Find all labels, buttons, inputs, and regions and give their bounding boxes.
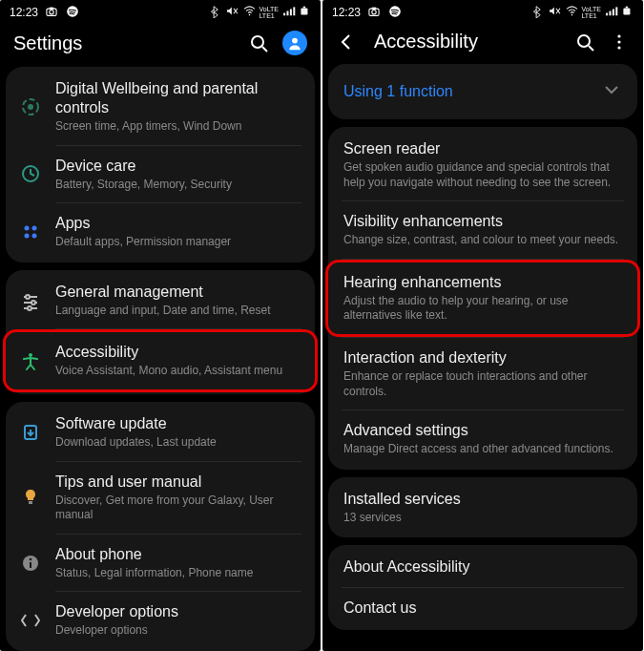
accessibility-row[interactable]: Visibility enhancements Change size, con…	[328, 201, 637, 259]
accessibility-row[interactable]: Contact us	[328, 588, 637, 628]
wifi-icon	[565, 4, 579, 21]
row-title: Digital Wellbeing and parental controls	[55, 79, 301, 117]
row-title: Software update	[55, 414, 301, 433]
update-icon	[19, 422, 42, 443]
settings-row-about[interactable]: About phone Status, Legal information, P…	[6, 535, 315, 592]
settings-group: Digital Wellbeing and parental controls …	[6, 67, 315, 262]
row-title: Hearing enhancements	[343, 273, 624, 292]
settings-row-devicecare[interactable]: Device care Battery, Storage, Memory, Se…	[6, 146, 315, 203]
row-subtitle: Screen time, App timers, Wind Down	[55, 119, 301, 135]
settings-group: Software update Download updates, Last u…	[6, 402, 315, 651]
row-title: Developer options	[55, 602, 301, 621]
tips-icon	[19, 487, 42, 508]
profile-avatar[interactable]	[282, 31, 307, 55]
page-title: Accessibility	[374, 31, 561, 52]
accessibility-screen: 12:23 VoLTELTE1 Accessibility Using 1 fu…	[322, 0, 643, 651]
accessibility-group: Screen reader Get spoken audio guidance …	[328, 127, 637, 470]
settings-list[interactable]: Digital Wellbeing and parental controls …	[0, 67, 321, 651]
row-title: Visibility enhancements	[343, 212, 624, 231]
accessibility-row[interactable]: Hearing enhancements Adjust the audio to…	[325, 260, 640, 337]
row-subtitle: Adjust the audio to help your hearing, o…	[343, 294, 624, 324]
row-subtitle: Status, Legal information, Phone name	[55, 566, 301, 581]
about-icon	[19, 553, 42, 574]
status-time: 12:23	[332, 6, 361, 19]
row-subtitle: Download updates, Last update	[55, 435, 301, 451]
row-subtitle: Get spoken audio guidance and special co…	[343, 160, 624, 190]
row-subtitle: 13 services	[343, 511, 624, 526]
wellbeing-icon	[19, 96, 42, 117]
row-title: Apps	[55, 214, 301, 233]
accessibility-row[interactable]: Advanced settings Manage Direct access a…	[328, 410, 637, 468]
row-subtitle: Change size, contrast, and colour to mee…	[343, 233, 624, 248]
status-time: 12:23	[10, 6, 38, 19]
devicecare-icon	[19, 163, 42, 184]
accessibility-row[interactable]: Screen reader Get spoken audio guidance …	[328, 129, 637, 200]
accessibility-row[interactable]: About Accessibility	[328, 547, 637, 587]
using-card: Using 1 function	[328, 64, 637, 119]
signal-icon	[604, 4, 618, 21]
battery-icon	[299, 4, 311, 22]
row-title: About Accessibility	[343, 557, 624, 577]
using-label: Using 1 function	[343, 83, 453, 100]
back-button[interactable]	[336, 32, 357, 52]
wifi-icon	[242, 4, 257, 21]
accessibility-group: About Accessibility Contact us	[328, 545, 637, 630]
dev-icon	[19, 610, 42, 631]
settings-screen: 12:23 VoLTELTE1 Settings Digital Wellbei…	[0, 0, 321, 651]
page-title: Settings	[13, 32, 235, 54]
battery-icon	[621, 4, 634, 22]
more-button[interactable]	[609, 32, 630, 52]
row-subtitle: Language and input, Date and time, Reset	[55, 304, 301, 319]
accessibility-row[interactable]: Installed services 13 services	[328, 479, 637, 536]
using-function-row[interactable]: Using 1 function	[328, 66, 637, 117]
camera-icon	[366, 4, 382, 22]
accessibility-row[interactable]: Interaction and dexterity Enhance or rep…	[328, 338, 637, 410]
general-icon	[19, 290, 42, 311]
status-bar: 12:23 VoLTELTE1	[322, 0, 643, 25]
spotify-icon	[387, 4, 403, 22]
status-bar: 12:23 VoLTELTE1	[0, 0, 321, 25]
chevron-down-icon	[601, 79, 622, 104]
accessibility-group: Installed services 13 services	[328, 477, 637, 538]
search-button[interactable]	[248, 32, 269, 53]
settings-group: General management Language and input, D…	[6, 270, 315, 394]
row-title: Screen reader	[343, 139, 624, 158]
settings-row-dev[interactable]: Developer options Developer options	[6, 592, 315, 649]
settings-row-apps[interactable]: Apps Default apps, Permission manager	[6, 203, 315, 261]
search-button[interactable]	[574, 32, 595, 52]
header: Settings	[0, 25, 321, 67]
row-title: Tips and user manual	[55, 472, 301, 492]
row-title: Advanced settings	[343, 421, 624, 440]
settings-row-wellbeing[interactable]: Digital Wellbeing and parental controls …	[6, 69, 315, 145]
row-subtitle: Enhance or replace touch interactions an…	[343, 369, 624, 399]
mute-icon	[225, 4, 239, 21]
spotify-icon	[65, 4, 80, 22]
settings-row-general[interactable]: General management Language and input, D…	[6, 272, 315, 329]
accessibility-list[interactable]: Using 1 function Screen reader Get spoke…	[322, 64, 643, 651]
row-title: General management	[55, 283, 301, 302]
row-subtitle: Discover, Get more from your Galaxy, Use…	[55, 494, 301, 523]
network-label: VoLTELTE1	[582, 6, 602, 19]
header: Accessibility	[322, 25, 643, 64]
row-subtitle: Voice Assistant, Mono audio, Assistant m…	[55, 364, 301, 379]
settings-row-accessibility[interactable]: Accessibility Voice Assistant, Mono audi…	[3, 329, 318, 392]
settings-row-update[interactable]: Software update Download updates, Last u…	[6, 404, 315, 461]
row-title: Contact us	[343, 598, 624, 618]
row-title: Interaction and dexterity	[343, 348, 624, 368]
bluetooth-icon	[208, 4, 222, 21]
mute-icon	[548, 4, 562, 21]
row-title: Installed services	[343, 490, 624, 509]
row-subtitle: Manage Direct access and other advanced …	[343, 442, 624, 457]
accessibility-icon	[19, 350, 42, 371]
row-subtitle: Battery, Storage, Memory, Security	[55, 178, 301, 193]
signal-icon	[281, 4, 296, 21]
bluetooth-icon	[530, 4, 545, 21]
apps-icon	[19, 221, 42, 242]
settings-row-tips[interactable]: Tips and user manual Discover, Get more …	[6, 462, 315, 534]
row-subtitle: Developer options	[55, 623, 301, 639]
network-label: VoLTELTE1	[260, 6, 280, 19]
row-subtitle: Default apps, Permission manager	[55, 235, 301, 250]
row-title: Device care	[55, 157, 301, 176]
row-title: Accessibility	[55, 343, 301, 362]
camera-icon	[44, 4, 59, 22]
